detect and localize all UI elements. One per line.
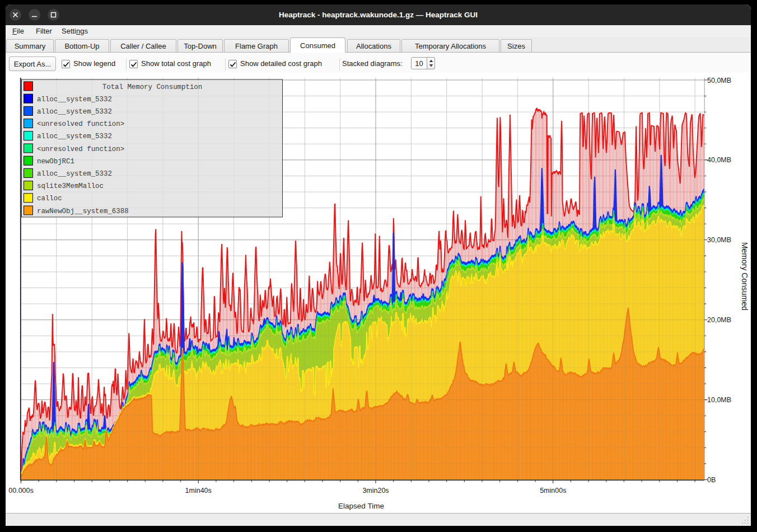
svg-text:5min00s: 5min00s xyxy=(540,487,566,495)
svg-text:10,0MB: 10,0MB xyxy=(707,396,731,404)
svg-text:Total Memory Consumption: Total Memory Consumption xyxy=(102,83,202,91)
svg-text:alloc__system_5332: alloc__system_5332 xyxy=(37,108,112,116)
svg-text:Memory Consumed: Memory Consumed xyxy=(740,242,749,310)
svg-text:00.000s: 00.000s xyxy=(8,487,33,495)
svg-text:alloc__system_5332: alloc__system_5332 xyxy=(37,170,112,178)
svg-text:newObjRC1: newObjRC1 xyxy=(37,158,74,166)
svg-text:<unresolved function>: <unresolved function> xyxy=(37,145,124,153)
svg-text:30,0MB: 30,0MB xyxy=(707,236,731,244)
svg-text:1min40s: 1min40s xyxy=(185,487,212,495)
svg-text:40,0MB: 40,0MB xyxy=(707,156,731,164)
svg-text:<unresolved function>: <unresolved function> xyxy=(37,120,124,128)
svg-text:20,0MB: 20,0MB xyxy=(707,316,731,324)
svg-text:50,0MB: 50,0MB xyxy=(707,77,731,84)
svg-text:3min20s: 3min20s xyxy=(362,487,389,495)
svg-text:sqlite3MemMalloc: sqlite3MemMalloc xyxy=(37,182,104,190)
svg-text:calloc: calloc xyxy=(37,195,62,203)
svg-text:alloc__system_5332: alloc__system_5332 xyxy=(37,96,112,103)
svg-text:Elapsed Time: Elapsed Time xyxy=(338,502,384,510)
svg-text:0B: 0B xyxy=(707,476,716,484)
svg-text:alloc__system_5332: alloc__system_5332 xyxy=(37,133,112,140)
svg-text:rawNewObj__system_6388: rawNewObj__system_6388 xyxy=(37,208,129,215)
